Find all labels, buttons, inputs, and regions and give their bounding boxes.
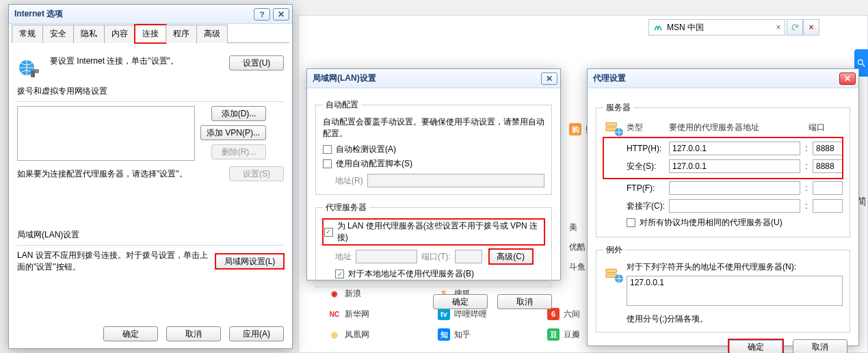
internet-options-dialog: Internet 选项 ? ✕ 常规 安全 隐私 内容 连接 程序 高级 要设置… [8,4,293,349]
site-link[interactable]: 优酷 [569,241,586,253]
address-bar-text: MSN 中国 [667,20,772,35]
socks-label: 套接字(C): [627,200,665,212]
http-port-input[interactable] [813,142,843,155]
svg-rect-4 [31,70,35,77]
except-hint: 使用分号(;)分隔各项。 [627,313,843,325]
refresh-button[interactable] [787,19,803,36]
script-addr-label: 地址(R) [335,175,363,187]
lan-group-label: 局域网(LAN)设置 [17,229,284,241]
title-text: Internet 选项 [14,8,63,20]
cancel-button[interactable]: 取消 [793,339,847,353]
auto-detect-checkbox[interactable]: 自动检测设置(A) [323,144,544,155]
site-link[interactable]: ◎凤凰网 [328,328,369,341]
tab-content[interactable]: 内容 [104,25,135,43]
bypass-local-checkbox[interactable]: 对于本地地址不使用代理服务器(B) [335,268,544,280]
site-link[interactable]: 斗鱼 [569,261,586,273]
ftp-host-input[interactable] [669,181,800,195]
dial-group-label: 拨号和虚拟专用网络设置 [17,86,284,97]
proxy-server-group: 代理服务器 为 LAN 使用代理服务器(这些设置不用于拨号或 VPN 连接) 地… [315,202,552,287]
msn-favicon [652,21,664,34]
ftp-port-input[interactable] [813,181,843,195]
tabs: 常规 安全 隐私 内容 连接 程序 高级 [12,24,289,43]
cancel-button[interactable]: 取消 [497,294,552,309]
tab-general[interactable]: 常规 [12,25,43,43]
tab-connections[interactable]: 连接 [135,25,166,43]
group-label: 服务器 [603,102,633,114]
titlebar: 代理设置 ✕ [588,69,858,88]
globe-icon [17,55,42,80]
secure-host-input[interactable] [669,159,800,173]
except-label: 对于下列字符开头的地址不使用代理服务器(N): [627,261,843,273]
col-type: 类型 [627,122,665,133]
proxy-port-label: 端口(T): [421,251,451,263]
svg-rect-6 [606,127,617,131]
help-button[interactable]: ? [254,8,270,21]
close-icon[interactable]: ✕ [273,8,289,21]
add-dial-button[interactable]: 添加(D)... [211,106,266,121]
proxy-hint: 如果要为连接配置代理服务器，请选择"设置"。 [17,168,224,180]
col-host: 要使用的代理服务器地址 [669,122,804,133]
setup-hint: 要设置 Internet 连接，单击"设置"。 [50,55,225,67]
tab-privacy[interactable]: 隐私 [73,25,105,43]
socks-port-input[interactable] [813,199,843,213]
col-port: 端口 [808,122,843,133]
tab-security[interactable]: 安全 [42,25,74,43]
group-label: 例外 [603,244,625,256]
svg-point-0 [858,60,863,64]
stop-button[interactable]: × [803,19,819,36]
setup-button[interactable]: 设置(U) [229,55,284,70]
proxy-addr-label: 地址 [335,251,352,263]
auto-script-checkbox[interactable]: 使用自动配置脚本(S) [323,158,544,170]
auto-hint: 自动配置会覆盖手动设置。要确保使用手动设置，请禁用自动配置。 [323,116,544,140]
svg-line-1 [863,64,865,67]
ok-button[interactable]: 确定 [433,294,488,309]
advanced-button[interactable]: 高级(C) [489,249,533,264]
exceptions-group: 例外 对于下列字符开头的地址不使用代理服务器(N): 127.0.0.1 使用分… [596,244,850,332]
tab-programs[interactable]: 程序 [166,25,197,43]
proxy-addr-input [356,250,417,263]
use-proxy-checkbox[interactable]: 为 LAN 使用代理服务器(这些设置不用于拨号或 VPN 连接) [323,219,544,245]
same-for-all-checkbox[interactable]: 对所有协议均使用相同的代理服务器(U) [627,217,843,228]
title-text: 局域网(LAN)设置 [313,73,376,84]
add-vpn-button[interactable]: 添加 VPN(P)... [200,125,266,140]
lan-settings-button[interactable]: 局域网设置(L) [215,254,284,269]
site-link[interactable]: 美 [569,222,586,233]
secure-port-input[interactable] [813,159,843,173]
auto-config-group: 自动配置 自动配置会覆盖手动设置。要确保使用手动设置，请禁用自动配置。 自动检测… [315,99,552,195]
socks-host-input[interactable] [669,199,800,213]
proxy-port-input [455,250,482,263]
close-icon[interactable]: ✕ [839,73,856,85]
dial-settings-button: 设置(S) [229,166,284,181]
lan-hint: LAN 设置不应用到拨号连接。对于拨号设置，单击上面的"设置"按钮。 [17,250,210,273]
site-column-1b: 美 优酷 斗鱼 [569,222,586,273]
script-addr-input [367,174,544,187]
servers-group: 服务器 类型 要使用的代理服务器地址 端口 HTTP(H): : 安全(S): [596,102,850,237]
remove-dial-button: 删除(R)... [211,144,266,159]
http-host-input[interactable] [669,142,800,155]
http-label: HTTP(H): [627,144,665,153]
cancel-button[interactable]: 取消 [166,326,221,341]
titlebar: Internet 选项 ? ✕ [9,5,292,24]
address-nav: × [787,19,819,36]
group-label: 代理服务器 [323,202,369,213]
dial-connections-list[interactable] [17,106,195,161]
title-text: 代理设置 [593,73,626,84]
lan-settings-dialog: 局域网(LAN)设置 ✕ 自动配置 自动配置会覆盖手动设置。要确保使用手动设置，… [306,68,561,280]
site-link[interactable]: 豆豆瓣 [547,328,580,341]
group-label: 自动配置 [323,99,361,111]
tab-advanced[interactable]: 高级 [196,25,228,43]
site-link[interactable]: 知知乎 [438,328,487,341]
close-icon[interactable]: ✕ [541,73,557,85]
address-clear-icon[interactable]: × [772,23,785,32]
secure-label: 安全(S): [627,161,665,172]
ftp-label: FTP(F): [627,183,665,193]
svg-rect-8 [606,269,617,272]
svg-rect-5 [606,122,617,126]
server-icon [605,265,624,285]
address-bar[interactable]: MSN 中国 × [648,19,785,36]
titlebar: 局域网(LAN)设置 ✕ [307,69,560,88]
ok-button[interactable]: 确定 [103,326,158,341]
apply-button[interactable]: 应用(A) [229,326,284,341]
except-textarea[interactable]: 127.0.0.1 [627,276,843,306]
ok-button[interactable]: 确定 [728,339,783,353]
